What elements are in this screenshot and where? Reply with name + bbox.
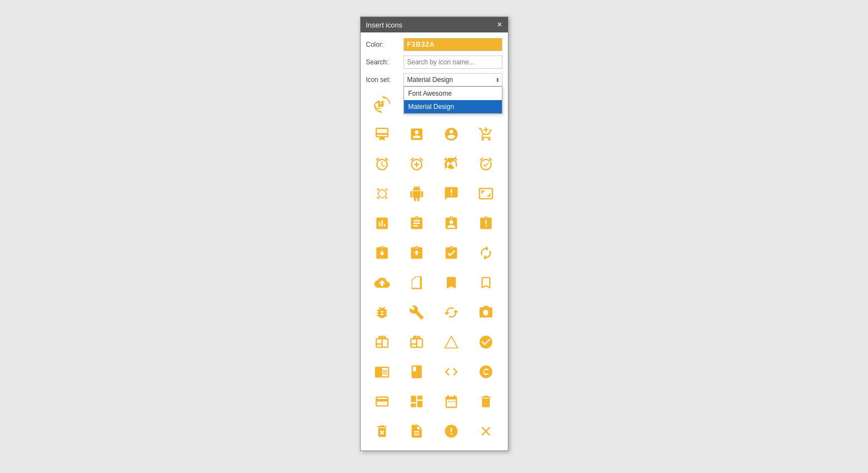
- icon-assessment[interactable]: [366, 210, 399, 237]
- icon-account-circle[interactable]: [435, 120, 468, 148]
- icon-assignment-turned-in[interactable]: [435, 239, 468, 267]
- color-label: Color:: [366, 41, 403, 48]
- icon-alarm-off[interactable]: [435, 150, 468, 178]
- icon-alarm[interactable]: [366, 150, 399, 178]
- icon-class[interactable]: [401, 358, 433, 386]
- dialog-title: Insert icons: [366, 21, 402, 29]
- icon-description[interactable]: [401, 417, 433, 445]
- dialog-scroll-area[interactable]: Color: Search: Icon set: Font Awesome Ma…: [361, 32, 508, 450]
- icon-date-range[interactable]: [435, 388, 468, 415]
- icon-chrome-reader-mode[interactable]: [366, 358, 399, 386]
- dropdown-item-material-design[interactable]: Material Design: [404, 100, 502, 113]
- icon-card-giftcard[interactable]: [366, 328, 399, 356]
- svg-marker-1: [445, 337, 457, 348]
- color-row: Color:: [366, 38, 502, 51]
- icon-change-history[interactable]: [435, 328, 468, 356]
- icon-assignment-return[interactable]: [366, 239, 399, 267]
- icon-all-out[interactable]: [366, 180, 399, 207]
- icon-delete[interactable]: [470, 388, 502, 415]
- icon-cached[interactable]: [435, 299, 468, 326]
- icon-code[interactable]: [435, 358, 468, 386]
- color-input[interactable]: [403, 38, 502, 51]
- icon-add-shopping-cart2[interactable]: [470, 120, 502, 148]
- icon-alarm-add[interactable]: [401, 150, 433, 178]
- icon-backup[interactable]: [366, 269, 399, 296]
- dialog-titlebar: Insert icons ×: [361, 17, 508, 32]
- search-label: Search:: [366, 58, 403, 66]
- icon-placeholder-2[interactable]: [470, 417, 502, 445]
- icon-card-travel[interactable]: [401, 328, 433, 356]
- icon-announcement[interactable]: [435, 180, 468, 207]
- icon-bookmark-border[interactable]: [470, 269, 502, 296]
- icons-grid: ⟳ ♿: [366, 91, 502, 445]
- icon-copyright[interactable]: [470, 358, 502, 386]
- icon-assignment-returned[interactable]: [401, 239, 433, 267]
- icon-bug-report[interactable]: [366, 299, 399, 326]
- icon-assignment-ind[interactable]: [435, 210, 468, 237]
- icon-set-label: Icon set:: [366, 76, 403, 84]
- icon-set-row: Icon set: Font Awesome Material Design ⬍…: [366, 73, 502, 86]
- icon-camera-enhance[interactable]: [470, 299, 502, 326]
- icon-assignment[interactable]: [401, 210, 433, 237]
- dialog-close-button[interactable]: ×: [497, 20, 502, 29]
- icon-android[interactable]: [401, 180, 433, 207]
- icon-account-box[interactable]: [401, 120, 433, 148]
- insert-icons-dialog: Insert icons × Color: Search: Icon set: …: [360, 16, 508, 451]
- icon-bookmark[interactable]: [435, 269, 468, 296]
- icon-set-select-wrapper: Font Awesome Material Design ⬍ Font Awes…: [403, 73, 502, 86]
- search-input[interactable]: [403, 56, 502, 69]
- icon-set-dropdown: Font Awesome Material Design: [403, 86, 502, 114]
- icon-book[interactable]: [401, 269, 433, 296]
- icon-card-membership[interactable]: [366, 120, 399, 148]
- icon-alarm-on[interactable]: [470, 150, 502, 178]
- icon-check-circle[interactable]: [470, 328, 502, 356]
- icon-autorenew[interactable]: [470, 239, 502, 267]
- icon-dashboard[interactable]: [401, 388, 433, 415]
- icon-delete-forever[interactable]: [366, 417, 399, 445]
- icon-placeholder-1[interactable]: [435, 417, 468, 445]
- icon-3d-rotation[interactable]: ⟳: [366, 91, 399, 118]
- dialog-body: Color: Search: Icon set: Font Awesome Ma…: [361, 32, 508, 450]
- dropdown-item-font-awesome[interactable]: Font Awesome: [404, 87, 502, 100]
- icon-aspect-ratio[interactable]: [470, 180, 502, 207]
- search-row: Search:: [366, 56, 502, 69]
- icon-build[interactable]: [401, 299, 433, 326]
- icon-credit-card[interactable]: [366, 388, 399, 415]
- icon-assignment-late[interactable]: [470, 210, 502, 237]
- icon-set-select[interactable]: Font Awesome Material Design: [403, 73, 502, 86]
